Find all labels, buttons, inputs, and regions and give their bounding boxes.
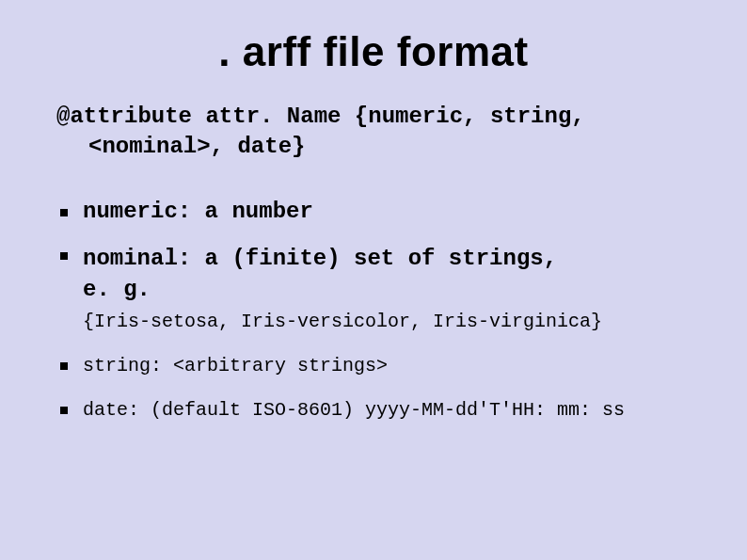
string-text: string: <arbitrary strings> bbox=[83, 355, 388, 376]
attribute-declaration-line1: @attribute attr. Name {numeric, string, bbox=[56, 104, 585, 129]
nominal-example: {Iris-setosa, Iris-versicolor, Iris-virg… bbox=[83, 309, 691, 335]
list-item-nominal: nominal: a (finite) set of strings, e. g… bbox=[56, 244, 691, 335]
nominal-text-line2: e. g. bbox=[83, 277, 151, 302]
date-text: date: (default ISO-8601) yyyy-MM-dd'T'HH… bbox=[83, 399, 625, 421]
numeric-text: numeric: a number bbox=[83, 199, 313, 224]
attribute-declaration: @attribute attr. Name {numeric, string, … bbox=[56, 102, 691, 163]
nominal-text-line1: nominal: a (finite) set of strings, bbox=[83, 246, 557, 271]
list-item-string: string: <arbitrary strings> bbox=[56, 352, 691, 379]
list-item-numeric: numeric: a number bbox=[56, 197, 691, 227]
list-item-date: date: (default ISO-8601) yyyy-MM-dd'T'HH… bbox=[56, 396, 691, 424]
slide: . arff file format @attribute attr. Name… bbox=[0, 0, 747, 560]
attribute-types-list: numeric: a number nominal: a (finite) se… bbox=[56, 197, 691, 440]
slide-title: . arff file format bbox=[56, 28, 691, 75]
attribute-declaration-line2: <nominal>, date} bbox=[56, 132, 691, 162]
